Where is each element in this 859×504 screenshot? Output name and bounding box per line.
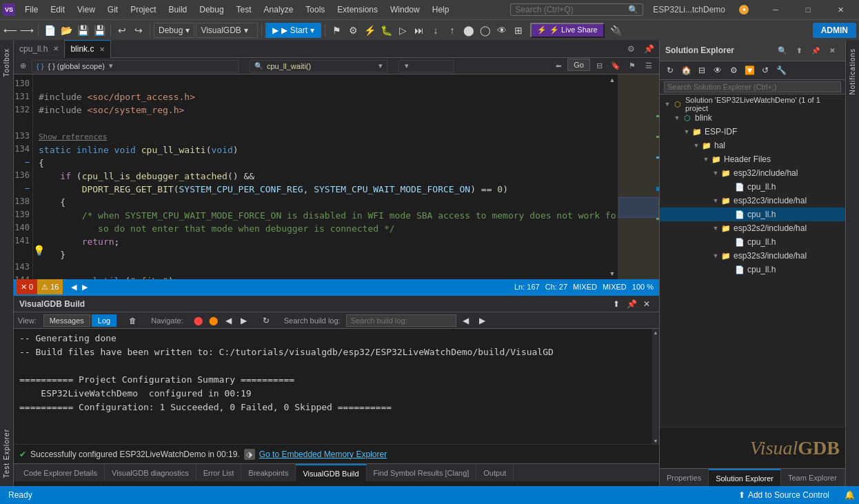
tab-find-symbol[interactable]: Find Symbol Results [Clang] [367,464,477,482]
tab-blink-c[interactable]: blink.c ✕ [65,40,111,58]
tree-cpu-ll-esp32[interactable]: ▶ 📄 cpu_ll.h [660,180,845,194]
notifications-tab[interactable]: Notifications [847,40,858,103]
toolbar-watch-btn[interactable]: 👁 [494,23,509,38]
tab-cpu-ll-h[interactable]: cpu_ll.h ✕ [14,40,65,58]
tree-header-files[interactable]: ▼ 📁 Header Files [660,152,845,166]
toolbox-tab[interactable]: Toolbox [1,40,12,85]
toolbar-step3-btn[interactable]: ↓ [428,23,443,38]
tree-esp-idf[interactable]: ▼ 📁 ESP-IDF [660,125,845,139]
start-button[interactable]: ▶ ▶ Start ▾ [265,23,321,38]
mixed1-item[interactable]: MIXED [570,283,600,291]
tab-visualgdb-build[interactable]: VisualGDB Build [296,464,366,482]
toolbar-back-btn[interactable]: ⟵ [3,23,18,38]
scope-dropdown[interactable]: { } { } (global scope) ▾ [32,60,239,72]
go-button[interactable]: Go [567,59,590,71]
se-float-icon[interactable]: ⬆ [791,43,807,58]
nav-back-item[interactable]: ◀ [68,283,79,292]
se-refresh-icon[interactable]: ↻ [663,63,678,78]
tab-breakpoints[interactable]: Breakpoints [241,464,296,482]
platform-dropdown[interactable]: VisualGDB ▾ [196,23,258,38]
debug-config-dropdown[interactable]: Debug ▾ [154,23,194,38]
se-view-icon[interactable]: 👁 [710,63,725,78]
tree-cpu-ll-esp32c3[interactable]: ▶ 📄 cpu_ll.h [660,208,845,221]
minimize-button[interactable]: ─ [760,0,791,19]
toolbar-step4-btn[interactable]: ↑ [445,23,460,38]
bp-scroll-down[interactable]: ▼ [652,437,659,444]
symbol-dropdown[interactable]: ▾ [398,60,454,72]
se-collapse-icon[interactable]: ⊟ [694,63,709,78]
toolbar-saveall-btn[interactable]: 💾 [92,23,107,38]
search-log-input[interactable] [346,314,456,327]
notifications-bell-icon[interactable]: 🔔 [840,486,859,504]
messages-button[interactable]: Messages [43,314,90,327]
mixed2-item[interactable]: MIXED [600,283,629,291]
lightbulb-icon[interactable]: 💡 [33,245,45,256]
search-log-next-icon[interactable]: ▶ [476,314,489,327]
build-panel-close-icon[interactable]: ✕ [640,298,654,310]
menu-project[interactable]: Project [125,3,161,16]
toolbar-step2-btn[interactable]: ⏭ [412,23,427,38]
editor-toggle3-icon[interactable]: ⚑ [625,59,640,74]
se-search-input[interactable] [664,81,841,92]
nav-stop2-icon[interactable]: ⬤ [207,314,221,327]
toolbar-misc-btn[interactable]: ⊞ [511,23,526,38]
menu-analyze[interactable]: Analyze [259,3,299,16]
tab-error-list[interactable]: Error List [196,464,242,482]
se-dock-icon[interactable]: 📌 [808,43,823,58]
tree-esp32c3-hal[interactable]: ▼ 📁 esp32c3/include/hal [660,194,845,208]
bp-scroll-up[interactable]: ▲ [652,329,659,336]
toolbar-flag-btn[interactable]: ⚑ [329,23,344,38]
menu-git[interactable]: Git [102,3,123,16]
tab-settings-icon[interactable]: ⚙ [623,41,638,57]
position-item[interactable]: Ln: 167 [512,283,543,291]
error-count-item[interactable]: ✕ 0 [17,279,37,294]
search-log-prev-icon[interactable]: ◀ [459,314,473,327]
function-dropdown[interactable]: 🔍 cpu_ll_waiti() ▾ [250,60,387,72]
global-search-box[interactable]: 🔍 [510,3,643,16]
tab-close-cpu-ll-h[interactable]: ✕ [53,45,59,52]
editor-toggle1-icon[interactable]: ⊟ [592,59,607,74]
menu-window[interactable]: Window [385,3,425,16]
code-text[interactable]: #include <soc/dport_access.h> #include <… [33,74,618,279]
warning-count-item[interactable]: ⚠ 16 [37,279,63,294]
build-panel-dock-icon[interactable]: 📌 [625,298,638,310]
menu-view[interactable]: View [72,3,101,16]
se-tab-team-explorer[interactable]: Team Explorer [781,469,845,487]
tree-esp32s2-hal[interactable]: ▼ 📁 esp32s2/include/hal [660,221,845,235]
status-ready[interactable]: Ready [0,486,41,504]
scroll-down-arrow[interactable]: ▼ [607,268,618,279]
se-close-icon[interactable]: ✕ [825,43,840,58]
toolbar-bp2-btn[interactable]: ◯ [478,23,493,38]
menu-test[interactable]: Test [231,3,257,16]
tab-output[interactable]: Output [476,464,514,482]
toolbar-redo-btn[interactable]: ↪ [131,23,146,38]
tree-cpu-ll-esp32s2[interactable]: ▶ 📄 cpu_ll.h [660,235,845,249]
se-gear2-icon[interactable]: 🔧 [774,63,789,78]
admin-button[interactable]: ADMIN [813,23,856,38]
tree-esp32-hal[interactable]: ▼ 📁 esp32/include/hal [660,166,845,180]
se-search-icon[interactable]: 🔍 [775,43,790,58]
toolbar-undo-btn[interactable]: ↩ [114,23,130,38]
menu-tools[interactable]: Tools [300,3,330,16]
nav-stop-icon[interactable]: ⬤ [192,314,205,327]
se-tab-properties[interactable]: Properties [660,469,709,487]
live-share-button[interactable]: ⚡ ⚡ Live Share [530,23,605,38]
toolbar-save-btn[interactable]: 💾 [75,23,90,38]
editor-go-back-icon[interactable]: ⬅ [551,59,566,74]
build-panel-float-icon[interactable]: ⬆ [609,298,623,310]
toolbar-step-btn[interactable]: ▷ [395,23,410,38]
editor-expand-icon[interactable]: ⊕ [17,60,29,72]
menu-edit[interactable]: Edit [45,3,70,16]
toolbar-flash-btn[interactable]: ⚡ [362,23,377,38]
nav-next-icon[interactable]: ▶ [237,314,251,327]
tree-esp32s3-hal[interactable]: ▼ 📁 esp32s3/include/hal [660,249,845,263]
menu-file[interactable]: File [19,3,43,16]
toolbar-new-btn[interactable]: 📄 [42,23,57,38]
col-item[interactable]: Ch: 27 [543,283,570,291]
toolbar-open-btn[interactable]: 📂 [59,23,74,38]
add-source-control-button[interactable]: ⬆ Add to Source Control [733,490,835,500]
tree-solution[interactable]: ▼ ⬡ Solution 'ESP32LiveWatchDemo' (1 of … [660,97,845,111]
menu-build[interactable]: Build [163,3,193,16]
menu-extensions[interactable]: Extensions [332,3,383,16]
se-settings-icon[interactable]: ⚙ [726,63,741,78]
